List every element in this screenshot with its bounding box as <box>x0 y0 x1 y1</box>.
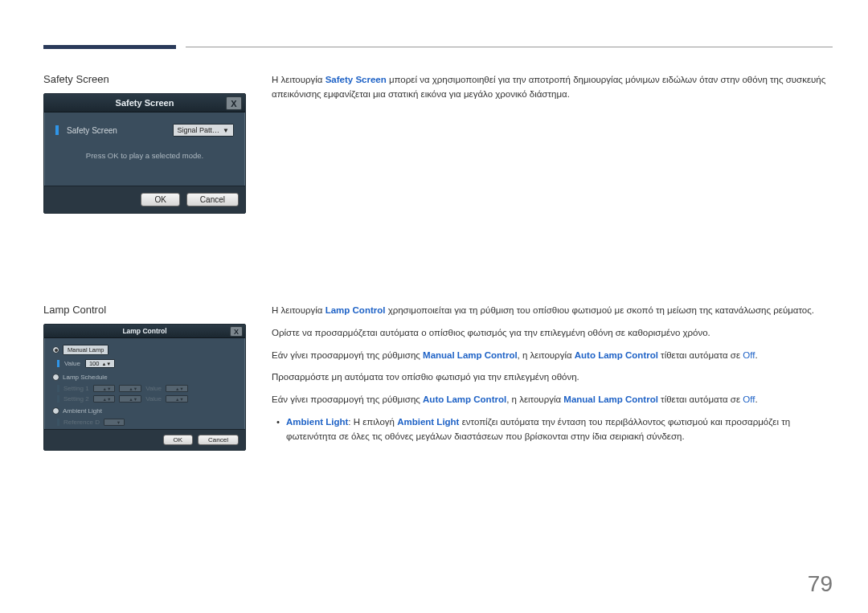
ambient-bullet: • Ambient Light: Η επιλογή Ambient Light… <box>272 415 833 444</box>
time-spinner[interactable]: ▲▼ <box>93 385 116 392</box>
value-spinner[interactable]: 100 ▲▼ <box>85 359 115 368</box>
ambient-light-radio[interactable]: Ambient Light <box>52 407 237 415</box>
text: Εάν γίνει προσαρμογή της ρύθμισης <box>272 350 423 360</box>
radio-icon <box>52 407 59 415</box>
term-safety-screen: Safety Screen <box>326 75 387 84</box>
text: . <box>755 350 757 360</box>
term-off: Off <box>743 394 755 404</box>
safety-dialog: Safety Screen X Safety Screen Signal Pat… <box>43 93 246 214</box>
term-ambient-light: Ambient Light <box>397 417 459 427</box>
ambient-label: Ambient Light <box>63 407 102 415</box>
close-icon[interactable]: X <box>226 96 242 110</box>
text: : Η επιλογή <box>348 417 397 427</box>
radio-icon <box>52 346 59 353</box>
lamp-p5: Εάν γίνει προσαρμογή της ρύθμισης Auto L… <box>272 393 833 407</box>
radio-icon <box>52 374 59 381</box>
reference-dropdown[interactable]: ▼ <box>104 419 125 426</box>
close-icon[interactable]: X <box>230 326 243 337</box>
value-spinner[interactable]: ▲▼ <box>166 395 188 403</box>
setting2-row: Setting 2 ▲▼ ▲▼ Value ▲▼ <box>57 395 237 403</box>
page-number: 79 <box>808 571 833 597</box>
safety-title: Safety Screen <box>43 73 249 85</box>
reference-label: Reference D <box>63 419 100 426</box>
lamp-p4: Προσαρμόστε μη αυτόματα τον οπίσθιο φωτι… <box>272 370 833 385</box>
bullet-icon: • <box>276 415 280 444</box>
term-off: Off <box>743 350 755 360</box>
rule-thick <box>43 45 176 49</box>
time-spinner[interactable]: ▲▼ <box>93 395 116 403</box>
safety-description: Η λειτουργία Safety Screen μπορεί να χρη… <box>272 73 833 102</box>
dropdown-value: Signal Patt… <box>178 126 220 134</box>
ok-button[interactable]: OK <box>163 435 194 445</box>
indicator-bar <box>57 395 59 403</box>
spinner-arrows-icon: ▲▼ <box>101 362 111 366</box>
text: , η λειτουργία <box>518 350 575 360</box>
text: τίθεται αυτόματα σε <box>658 394 743 404</box>
rule-thin <box>186 47 833 47</box>
time-spinner[interactable]: ▲▼ <box>119 395 141 403</box>
text: τίθεται αυτόματα σε <box>658 350 743 360</box>
term-ambient-light: Ambient Light <box>286 417 348 427</box>
safety-hint-text: Press OK to play a selected mode. <box>55 151 234 160</box>
section-safety: Safety Screen Safety Screen X Safety Scr… <box>43 73 833 214</box>
text: Εάν γίνει προσαρμογή της ρύθμισης <box>272 394 423 404</box>
text: , η λειτουργία <box>506 394 563 404</box>
chevron-down-icon: ▼ <box>223 127 229 134</box>
term-auto-lamp: Auto Lamp Control <box>575 350 658 360</box>
time-spinner[interactable]: ▲▼ <box>119 385 141 392</box>
text: . <box>755 394 757 404</box>
lamp-dialog: Lamp Control X Manual Lamp Value 100 ▲▼ <box>43 324 246 451</box>
schedule-label: Lamp Schedule <box>63 374 108 381</box>
term-manual-lamp: Manual Lamp Control <box>423 350 518 360</box>
lamp-schedule-radio[interactable]: Lamp Schedule <box>52 374 237 381</box>
value-label: Value <box>145 395 162 403</box>
lamp-p1: Η λειτουργία Lamp Control χρησιμοποιείτα… <box>272 304 833 318</box>
setting2-label: Setting 2 <box>63 395 89 403</box>
indicator-bar <box>57 385 59 392</box>
reference-row: Reference D ▼ <box>57 419 237 426</box>
section-lamp: Lamp Control Lamp Control X Manual Lamp … <box>43 304 833 451</box>
lamp-p2: Ορίστε να προσαρμόζεται αυτόματα ο οπίσθ… <box>272 326 833 341</box>
cancel-button[interactable]: Cancel <box>198 435 239 445</box>
safety-dialog-title: Safety Screen <box>116 98 174 108</box>
value-spinner[interactable]: ▲▼ <box>166 385 188 392</box>
setting1-row: Setting 1 ▲▼ ▲▼ Value ▲▼ <box>57 385 237 392</box>
manual-lamp-label: Manual Lamp <box>63 345 108 355</box>
value-label: Value <box>64 360 80 367</box>
lamp-title: Lamp Control <box>43 304 249 316</box>
term-manual-lamp: Manual Lamp Control <box>563 394 658 404</box>
indicator-bar <box>55 125 59 135</box>
signal-pattern-dropdown[interactable]: Signal Patt… ▼ <box>173 124 234 137</box>
value-number: 100 <box>89 360 100 367</box>
header-rule <box>43 45 833 49</box>
text: Η λειτουργία <box>272 305 326 315</box>
safety-dialog-titlebar: Safety Screen X <box>44 94 245 112</box>
lamp-dialog-titlebar: Lamp Control X <box>44 325 245 338</box>
setting1-label: Setting 1 <box>63 385 89 392</box>
text: Η λειτουργία <box>272 75 326 84</box>
lamp-dialog-title: Lamp Control <box>122 327 166 335</box>
cancel-button[interactable]: Cancel <box>186 193 239 206</box>
indicator-bar <box>57 419 59 426</box>
term-lamp-control: Lamp Control <box>326 305 386 315</box>
manual-lamp-radio[interactable]: Manual Lamp <box>52 345 237 355</box>
indicator-bar <box>57 360 59 367</box>
term-auto-lamp: Auto Lamp Control <box>423 394 506 404</box>
ok-button[interactable]: OK <box>141 193 179 206</box>
value-label: Value <box>145 385 162 392</box>
safety-option-label: Safety Screen <box>67 126 165 135</box>
lamp-p3: Εάν γίνει προσαρμογή της ρύθμισης Manual… <box>272 349 833 363</box>
text: χρησιμοποιείται για τη ρύθμιση του οπίσθ… <box>385 305 814 315</box>
